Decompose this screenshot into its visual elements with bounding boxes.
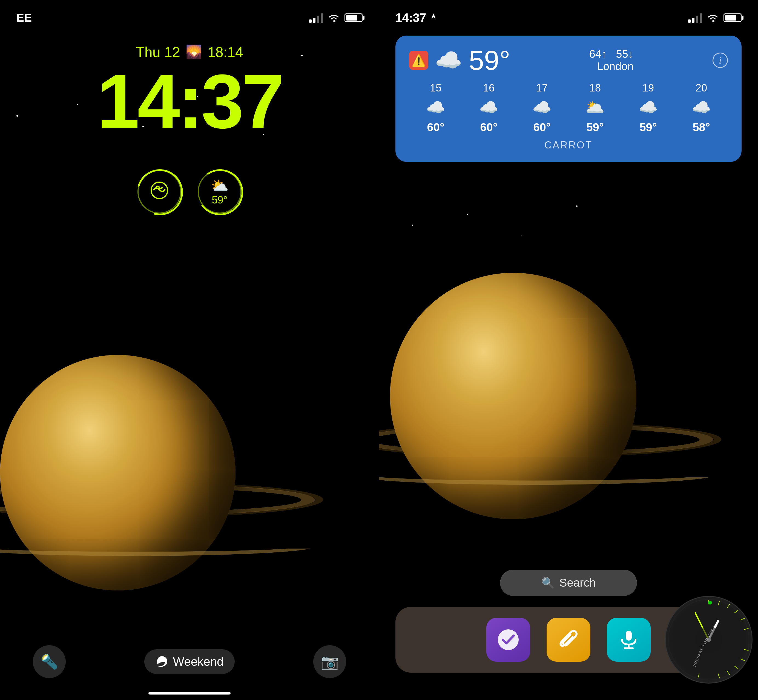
lock-date-area: Thu 12 🌄 18:14 [0,44,379,60]
saturn-illustration-right [379,218,758,629]
lock-time-area: 14:37 [0,63,379,140]
forecast-18: 18 🌥️ 59° [569,82,622,134]
status-icons [309,13,363,23]
watch-face: PREPARE FOR CORTEX [665,596,753,684]
forecast-20: 20 ☁️ 58° [675,82,728,134]
podcast-widget[interactable] [138,170,181,214]
weather-source: CARROT [409,139,728,151]
wifi-icon [328,13,340,23]
dock-app-reminders[interactable] [486,618,530,662]
weather-cloud-icon: ☁️ [435,47,462,73]
battery-icon [344,13,363,22]
weather-top: ⚠️ ☁️ 59° 64↑ 55↓ London i [409,47,728,74]
signal-icon [309,13,323,23]
camera-icon: 📷 [321,653,339,670]
svg-line-10 [741,619,745,620]
microphone-icon [616,627,641,652]
checkmark-icon [496,627,520,652]
lock-time-display: 14:37 [0,63,379,140]
weather-details: 64↑ 55↓ London [589,48,633,73]
star [412,225,413,226]
forecast-17: 17 ☁️ 60° [516,82,569,134]
status-icons-right [688,13,742,23]
svg-line-16 [718,674,719,678]
paperclip-icon [556,627,581,652]
svg-line-15 [727,671,730,675]
camera-button[interactable]: 📷 [313,645,346,678]
weather-city: London [589,60,633,73]
weather-alert-icon: ⚠️ [409,51,428,70]
location-icon [430,13,437,23]
flashlight-icon: 🔦 [41,653,58,670]
flashlight-button[interactable]: 🔦 [33,645,66,678]
weekend-label: Weekend [173,655,223,669]
battery-icon-right [724,13,742,22]
weather-circular-widget[interactable]: ⛅ 59° [198,170,242,214]
saturn-illustration-left [0,262,379,645]
weather-forecast: 15 ☁️ 60° 16 ☁️ 60° 17 ☁️ 60° 18 🌥️ [409,82,728,134]
lock-date-text: Thu 12 🌄 18:14 [0,44,379,60]
signal-icon-right [688,13,702,23]
svg-line-7 [718,601,719,606]
status-bar-right: 14:37 [379,0,758,27]
star [521,236,522,236]
star [576,205,578,207]
dock-app-microphone[interactable] [607,618,651,662]
carrier-label: EE [16,11,32,24]
forecast-15: 15 ☁️ 60° [409,82,462,134]
weather-left: ⚠️ ☁️ 59° [409,47,510,74]
svg-rect-2 [626,631,632,641]
weather-temp: 59° [469,47,510,74]
home-indicator[interactable] [148,692,231,695]
forecast-19: 19 ☁️ 59° [622,82,675,134]
star [467,214,468,215]
search-icon: 🔍 [541,577,555,589]
leaf-icon [155,655,169,668]
wifi-icon-right [706,13,719,23]
lock-bottom-controls: 🔦 Weekend 📷 [0,645,379,678]
status-bar: EE [0,0,379,27]
app-container: EE Thu 12 🌄 18:14 [0,0,758,700]
sunrise-icon: 🌄 [186,44,202,60]
widgets-area: ⛅ 59° [0,170,379,214]
forecast-16: 16 ☁️ 60° [462,82,516,134]
watch-outer-ring: PREPARE FOR CORTEX [665,596,753,684]
dock-app-paperclip[interactable] [547,618,591,662]
lock-screen: EE Thu 12 🌄 18:14 [0,0,379,700]
weather-hi-lo: 64↑ 55↓ [589,48,633,60]
svg-point-18 [708,601,712,605]
svg-line-17 [698,674,699,678]
search-label: Search [559,576,595,589]
home-screen: 14:37 [379,0,758,700]
search-bar[interactable]: 🔍 Search [500,570,637,596]
weekend-button[interactable]: Weekend [144,649,234,674]
weather-widget[interactable]: ⚠️ ☁️ 59° 64↑ 55↓ London i 15 ☁️ [395,36,742,162]
weather-info-button[interactable]: i [713,53,728,68]
time-display-right: 14:37 [395,11,437,25]
